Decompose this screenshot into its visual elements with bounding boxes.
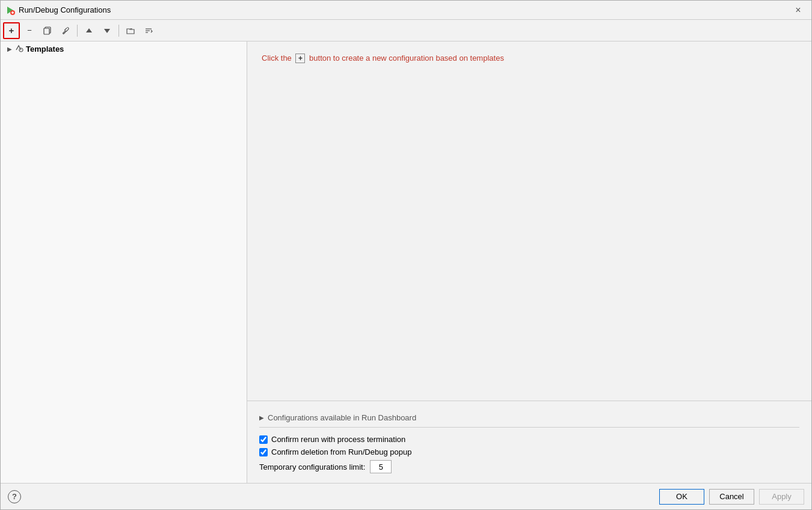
run-dashboard-arrow: ▶ bbox=[259, 414, 264, 421]
svg-marker-7 bbox=[86, 28, 92, 32]
svg-rect-5 bbox=[44, 28, 49, 34]
move-up-button[interactable] bbox=[81, 22, 97, 39]
toolbar-separator-1 bbox=[77, 25, 78, 37]
run-dashboard-label: Configurations available in Run Dashboar… bbox=[268, 413, 416, 422]
bottom-settings: ▶ Configurations available in Run Dashbo… bbox=[247, 401, 811, 483]
temp-limit-label: Temporary configurations limit: bbox=[259, 462, 365, 472]
hint-area: Click the + button to create a new confi… bbox=[247, 41, 811, 401]
temp-limit-input[interactable] bbox=[370, 460, 392, 473]
wrench-button[interactable] bbox=[57, 22, 74, 39]
add-button[interactable]: + bbox=[3, 22, 20, 39]
confirm-deletion-label: Confirm deletion from Run/Debug popup bbox=[271, 447, 411, 456]
tree-expand-arrow: ▶ bbox=[5, 45, 14, 54]
footer: ? OK Cancel Apply bbox=[1, 483, 811, 509]
help-button[interactable]: ? bbox=[8, 490, 21, 503]
folder-button[interactable] bbox=[122, 22, 139, 39]
run-dashboard-section[interactable]: ▶ Configurations available in Run Dashbo… bbox=[259, 408, 799, 428]
confirm-deletion-checkbox[interactable] bbox=[259, 448, 268, 456]
toolbar-separator-2 bbox=[118, 25, 119, 37]
svg-marker-8 bbox=[104, 29, 110, 33]
hint-suffix: button to create a new configuration bas… bbox=[309, 54, 504, 63]
remove-button[interactable]: − bbox=[21, 22, 38, 39]
confirm-rerun-label: Confirm rerun with process termination bbox=[271, 435, 405, 444]
move-down-button[interactable] bbox=[99, 22, 115, 39]
ok-button[interactable]: OK bbox=[659, 489, 704, 505]
hint-prefix: Click the bbox=[262, 54, 292, 63]
left-panel: ▶ Templates bbox=[1, 41, 247, 483]
toolbar: + − bbox=[1, 20, 811, 41]
svg-rect-6 bbox=[63, 31, 66, 34]
close-button[interactable]: × bbox=[790, 2, 807, 19]
apply-button[interactable]: Apply bbox=[759, 489, 804, 505]
cancel-button[interactable]: Cancel bbox=[709, 489, 754, 505]
main-content: ▶ Templates Click the + button to create… bbox=[1, 41, 811, 483]
hint-text: Click the + button to create a new confi… bbox=[262, 54, 504, 63]
dialog-icon bbox=[5, 5, 15, 15]
confirm-rerun-checkbox[interactable] bbox=[259, 435, 268, 444]
checkbox-row-2: Confirm deletion from Run/Debug popup bbox=[259, 447, 799, 456]
temp-limit-row: Temporary configurations limit: bbox=[259, 460, 799, 473]
hint-plus-icon: + bbox=[295, 54, 305, 63]
templates-icon bbox=[15, 44, 23, 54]
right-panel: Click the + button to create a new confi… bbox=[247, 41, 811, 483]
templates-tree-item[interactable]: ▶ Templates bbox=[1, 41, 247, 57]
dialog-title: Run/Debug Configurations bbox=[19, 5, 790, 14]
sort-button[interactable] bbox=[140, 22, 157, 39]
templates-label: Templates bbox=[26, 45, 64, 54]
run-debug-dialog: Run/Debug Configurations × + − bbox=[0, 0, 812, 510]
checkbox-row-1: Confirm rerun with process termination bbox=[259, 435, 799, 444]
copy-button[interactable] bbox=[39, 22, 56, 39]
title-bar: Run/Debug Configurations × bbox=[1, 1, 811, 20]
